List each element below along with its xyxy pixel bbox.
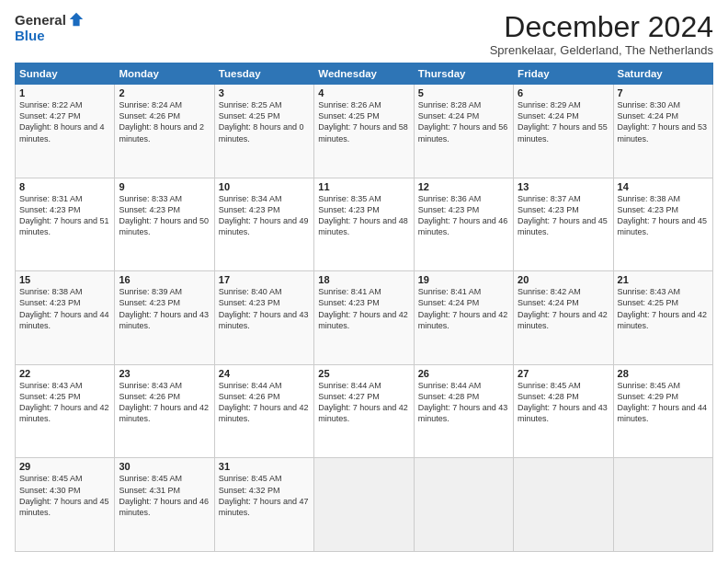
day-info: Sunrise: 8:45 AMSunset: 4:31 PMDaylight:… — [119, 474, 209, 516]
day-info: Sunrise: 8:43 AMSunset: 4:26 PMDaylight:… — [119, 381, 209, 423]
day-info: Sunrise: 8:40 AMSunset: 4:23 PMDaylight:… — [219, 287, 309, 329]
day-cell: 20 Sunrise: 8:42 AMSunset: 4:24 PMDaylig… — [514, 271, 613, 365]
day-info: Sunrise: 8:43 AMSunset: 4:25 PMDaylight:… — [19, 381, 109, 423]
day-cell: 25 Sunrise: 8:44 AMSunset: 4:27 PMDaylig… — [314, 364, 414, 458]
day-info: Sunrise: 8:31 AMSunset: 4:23 PMDaylight:… — [19, 194, 109, 236]
day-cell: 24 Sunrise: 8:44 AMSunset: 4:26 PMDaylig… — [214, 364, 313, 458]
day-cell: 23 Sunrise: 8:43 AMSunset: 4:26 PMDaylig… — [115, 364, 214, 458]
day-cell: 28 Sunrise: 8:45 AMSunset: 4:29 PMDaylig… — [613, 364, 712, 458]
day-cell — [414, 458, 513, 552]
day-number: 26 — [418, 368, 509, 379]
day-cell: 1 Sunrise: 8:22 AMSunset: 4:27 PMDayligh… — [16, 85, 115, 178]
day-info: Sunrise: 8:45 AMSunset: 4:32 PMDaylight:… — [219, 474, 309, 516]
day-info: Sunrise: 8:41 AMSunset: 4:23 PMDaylight:… — [318, 287, 408, 329]
subtitle: Sprenkelaar, Gelderland, The Netherlands — [490, 43, 713, 57]
day-info: Sunrise: 8:43 AMSunset: 4:25 PMDaylight:… — [618, 287, 708, 329]
day-info: Sunrise: 8:33 AMSunset: 4:23 PMDaylight:… — [119, 194, 209, 236]
day-cell: 10 Sunrise: 8:34 AMSunset: 4:23 PMDaylig… — [214, 178, 313, 271]
day-number: 6 — [518, 87, 609, 98]
day-cell: 12 Sunrise: 8:36 AMSunset: 4:23 PMDaylig… — [414, 178, 513, 271]
day-number: 28 — [618, 368, 709, 379]
day-number: 30 — [119, 461, 210, 472]
day-number: 29 — [19, 461, 110, 472]
day-cell: 21 Sunrise: 8:43 AMSunset: 4:25 PMDaylig… — [613, 271, 712, 365]
day-info: Sunrise: 8:44 AMSunset: 4:28 PMDaylight:… — [418, 381, 508, 423]
week-row: 15 Sunrise: 8:38 AMSunset: 4:23 PMDaylig… — [16, 271, 713, 365]
header-day: Monday — [115, 63, 214, 85]
day-info: Sunrise: 8:35 AMSunset: 4:23 PMDaylight:… — [318, 194, 408, 236]
day-cell: 5 Sunrise: 8:28 AMSunset: 4:24 PMDayligh… — [414, 85, 513, 178]
day-cell: 29 Sunrise: 8:45 AMSunset: 4:30 PMDaylig… — [16, 458, 115, 552]
day-cell: 18 Sunrise: 8:41 AMSunset: 4:23 PMDaylig… — [314, 271, 414, 365]
day-info: Sunrise: 8:30 AMSunset: 4:24 PMDaylight:… — [618, 100, 708, 143]
day-number: 14 — [618, 181, 709, 192]
day-cell: 2 Sunrise: 8:24 AMSunset: 4:26 PMDayligh… — [115, 85, 214, 178]
day-number: 18 — [318, 274, 409, 285]
header-row: SundayMondayTuesdayWednesdayThursdayFrid… — [16, 63, 713, 85]
day-number: 9 — [119, 181, 210, 192]
header: General Blue December 2024 Sprenkelaar, … — [15, 11, 713, 57]
week-row: 29 Sunrise: 8:45 AMSunset: 4:30 PMDaylig… — [16, 458, 713, 552]
day-info: Sunrise: 8:45 AMSunset: 4:28 PMDaylight:… — [518, 381, 608, 423]
day-cell — [514, 458, 613, 552]
day-cell: 11 Sunrise: 8:35 AMSunset: 4:23 PMDaylig… — [314, 178, 414, 271]
day-number: 7 — [618, 87, 709, 98]
header-day: Saturday — [613, 63, 712, 85]
day-cell: 3 Sunrise: 8:25 AMSunset: 4:25 PMDayligh… — [214, 85, 313, 178]
day-info: Sunrise: 8:45 AMSunset: 4:29 PMDaylight:… — [618, 381, 708, 423]
day-number: 17 — [219, 274, 310, 285]
logo: General Blue — [15, 11, 85, 43]
day-info: Sunrise: 8:45 AMSunset: 4:30 PMDaylight:… — [19, 474, 109, 516]
day-info: Sunrise: 8:28 AMSunset: 4:24 PMDaylight:… — [418, 100, 508, 143]
day-info: Sunrise: 8:26 AMSunset: 4:25 PMDaylight:… — [318, 100, 408, 143]
day-cell — [314, 458, 414, 552]
day-number: 16 — [119, 274, 210, 285]
day-number: 1 — [19, 87, 110, 98]
day-number: 3 — [219, 87, 310, 98]
day-cell: 30 Sunrise: 8:45 AMSunset: 4:31 PMDaylig… — [115, 458, 214, 552]
page: General Blue December 2024 Sprenkelaar, … — [0, 0, 728, 563]
day-number: 23 — [119, 368, 210, 379]
day-cell: 16 Sunrise: 8:39 AMSunset: 4:23 PMDaylig… — [115, 271, 214, 365]
day-number: 27 — [518, 368, 609, 379]
day-info: Sunrise: 8:29 AMSunset: 4:24 PMDaylight:… — [518, 100, 608, 143]
day-info: Sunrise: 8:42 AMSunset: 4:24 PMDaylight:… — [518, 287, 608, 329]
day-info: Sunrise: 8:44 AMSunset: 4:26 PMDaylight:… — [219, 381, 309, 423]
header-day: Thursday — [414, 63, 513, 85]
day-number: 25 — [318, 368, 409, 379]
day-cell: 27 Sunrise: 8:45 AMSunset: 4:28 PMDaylig… — [514, 364, 613, 458]
day-info: Sunrise: 8:38 AMSunset: 4:23 PMDaylight:… — [618, 194, 708, 236]
day-cell: 15 Sunrise: 8:38 AMSunset: 4:23 PMDaylig… — [16, 271, 115, 365]
calendar-body: 1 Sunrise: 8:22 AMSunset: 4:27 PMDayligh… — [16, 85, 713, 552]
day-cell: 19 Sunrise: 8:41 AMSunset: 4:24 PMDaylig… — [414, 271, 513, 365]
day-number: 4 — [318, 87, 409, 98]
week-row: 22 Sunrise: 8:43 AMSunset: 4:25 PMDaylig… — [16, 364, 713, 458]
day-info: Sunrise: 8:24 AMSunset: 4:26 PMDaylight:… — [119, 100, 204, 143]
day-info: Sunrise: 8:39 AMSunset: 4:23 PMDaylight:… — [119, 287, 209, 329]
title-area: December 2024 Sprenkelaar, Gelderland, T… — [490, 11, 713, 57]
day-cell: 31 Sunrise: 8:45 AMSunset: 4:32 PMDaylig… — [214, 458, 313, 552]
day-info: Sunrise: 8:41 AMSunset: 4:24 PMDaylight:… — [418, 287, 508, 329]
day-info: Sunrise: 8:34 AMSunset: 4:23 PMDaylight:… — [219, 194, 309, 236]
logo-blue: Blue — [15, 28, 45, 43]
day-cell: 22 Sunrise: 8:43 AMSunset: 4:25 PMDaylig… — [16, 364, 115, 458]
day-number: 31 — [219, 461, 310, 472]
day-number: 11 — [318, 181, 409, 192]
svg-marker-0 — [70, 13, 83, 26]
logo-general: General — [15, 12, 66, 28]
day-cell: 9 Sunrise: 8:33 AMSunset: 4:23 PMDayligh… — [115, 178, 214, 271]
day-number: 10 — [219, 181, 310, 192]
day-number: 15 — [19, 274, 110, 285]
calendar-header: SundayMondayTuesdayWednesdayThursdayFrid… — [16, 63, 713, 85]
day-info: Sunrise: 8:25 AMSunset: 4:25 PMDaylight:… — [219, 100, 304, 143]
day-cell: 13 Sunrise: 8:37 AMSunset: 4:23 PMDaylig… — [514, 178, 613, 271]
day-info: Sunrise: 8:37 AMSunset: 4:23 PMDaylight:… — [518, 194, 608, 236]
month-title: December 2024 — [490, 11, 713, 43]
header-day: Tuesday — [214, 63, 313, 85]
day-number: 19 — [418, 274, 509, 285]
day-cell: 17 Sunrise: 8:40 AMSunset: 4:23 PMDaylig… — [214, 271, 313, 365]
day-number: 13 — [518, 181, 609, 192]
day-number: 2 — [119, 87, 210, 98]
day-cell: 4 Sunrise: 8:26 AMSunset: 4:25 PMDayligh… — [314, 85, 414, 178]
calendar-table: SundayMondayTuesdayWednesdayThursdayFrid… — [15, 63, 713, 552]
